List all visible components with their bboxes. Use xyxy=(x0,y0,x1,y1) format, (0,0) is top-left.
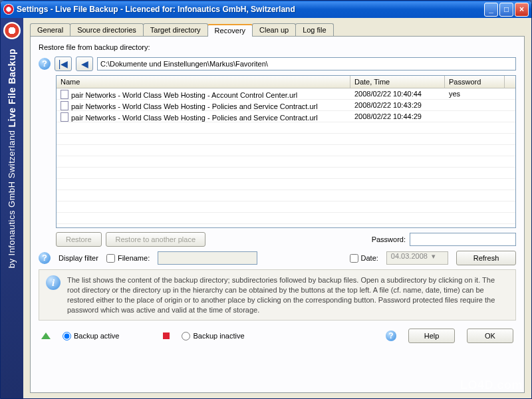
sidebar-product: Live File Backup xyxy=(7,49,17,127)
backup-active-label: Backup active xyxy=(74,332,119,340)
restore-other-button[interactable]: Restore to another place xyxy=(106,232,205,247)
grid-body: pair Networks - World Class Web Hosting … xyxy=(57,88,515,224)
sidebar-company: by Infonautics GmbH Switzerland xyxy=(7,130,17,269)
restore-heading: Restore file from backup directory: xyxy=(39,43,516,51)
tab-source-directories[interactable]: Source directories xyxy=(70,23,144,36)
table-row[interactable]: pair Networks - World Class Web Hosting … xyxy=(57,100,515,111)
col-password[interactable]: Password xyxy=(445,76,505,88)
col-spacer xyxy=(505,76,515,88)
window-title: Settings - Live File Backup - Licenced f… xyxy=(17,5,484,14)
nav-up-button[interactable]: ◀ xyxy=(76,57,93,71)
backup-inactive-radio[interactable] xyxy=(182,332,190,340)
help-button[interactable]: Help xyxy=(408,329,455,343)
sidebar: by Infonautics GmbH Switzerland Live Fil… xyxy=(1,18,23,398)
file-grid: Name Date, Time Password pair Networks -… xyxy=(56,75,516,228)
file-icon xyxy=(61,90,68,99)
file-icon xyxy=(61,112,68,122)
tab-recovery[interactable]: Recovery xyxy=(207,24,253,37)
maximize-button[interactable]: □ xyxy=(499,3,513,17)
info-text: The list shows the content of the backup… xyxy=(67,275,509,315)
tab-log-file[interactable]: Log file xyxy=(295,23,333,36)
help-icon[interactable]: ? xyxy=(386,331,396,341)
password-label: Password: xyxy=(372,235,406,243)
col-date[interactable]: Date, Time xyxy=(350,76,445,88)
close-button[interactable]: × xyxy=(515,3,529,17)
minimize-button[interactable]: _ xyxy=(484,3,498,17)
table-row[interactable]: pair Networks - World Class Web Hosting … xyxy=(57,111,515,122)
tab-clean-up[interactable]: Clean up xyxy=(252,23,296,36)
info-icon: i xyxy=(46,275,61,290)
play-icon xyxy=(41,332,51,339)
col-name[interactable]: Name xyxy=(57,76,350,88)
restore-button[interactable]: Restore xyxy=(56,232,102,247)
filename-label: Filename: xyxy=(118,254,150,262)
backup-inactive-label: Backup inactive xyxy=(193,332,244,340)
date-checkbox[interactable] xyxy=(350,254,358,263)
tab-general[interactable]: General xyxy=(30,23,70,36)
titlebar: Settings - Live File Backup - Licenced f… xyxy=(1,1,531,18)
nav-root-button[interactable]: |◀ xyxy=(55,57,72,71)
backup-active-radio[interactable] xyxy=(63,332,71,340)
display-filter-label: Display filter xyxy=(59,254,98,262)
lifebuoy-icon xyxy=(3,22,21,39)
date-label: Date: xyxy=(361,254,378,262)
app-icon xyxy=(3,4,14,15)
password-input[interactable] xyxy=(410,233,516,246)
grid-header: Name Date, Time Password xyxy=(57,76,515,88)
help-icon[interactable]: ? xyxy=(39,58,51,70)
ok-button[interactable]: OK xyxy=(467,329,513,343)
path-input[interactable] xyxy=(97,57,516,70)
filename-input xyxy=(158,251,257,265)
settings-window: Settings - Live File Backup - Licenced f… xyxy=(0,0,532,399)
tab-bar: General Source directories Target direct… xyxy=(30,23,525,36)
date-picker[interactable]: 04.03.2008 ▾ xyxy=(386,251,448,265)
footer: Backup active Backup inactive ? Help OK xyxy=(39,325,516,344)
recovery-panel: Restore file from backup directory: ? |◀… xyxy=(30,36,525,393)
stop-icon xyxy=(163,332,170,339)
info-panel: i The list shows the content of the back… xyxy=(39,269,516,321)
table-row[interactable]: pair Networks - World Class Web Hosting … xyxy=(57,88,515,100)
filename-checkbox[interactable] xyxy=(106,254,115,263)
tab-target-directory[interactable]: Target directory xyxy=(143,23,208,36)
refresh-button[interactable]: Refresh xyxy=(456,251,516,265)
help-icon[interactable]: ? xyxy=(39,252,51,264)
file-icon xyxy=(61,101,68,110)
